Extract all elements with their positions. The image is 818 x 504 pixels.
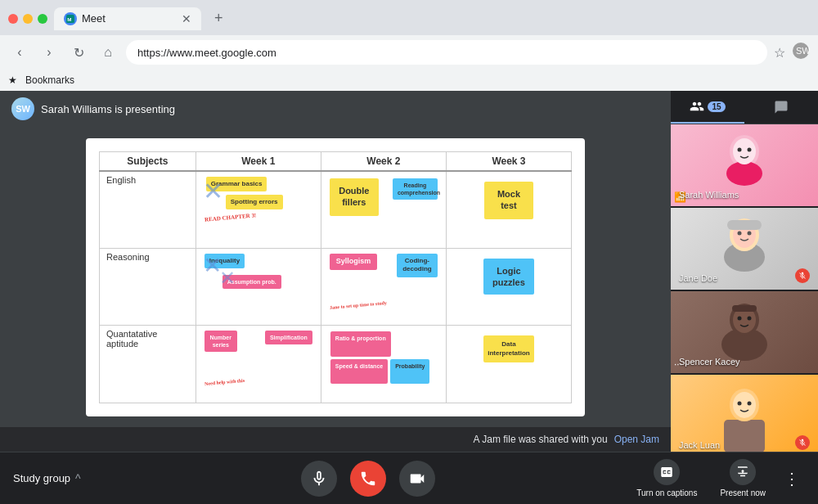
presenter-label: SW Sarah Williams is presenting [0, 91, 671, 127]
chat-tab[interactable] [744, 91, 818, 124]
note-ratio: Ratio & proportion [330, 331, 391, 357]
svg-point-24 [738, 402, 742, 406]
svg-point-19 [748, 317, 752, 321]
people-tab[interactable]: 15 [671, 91, 744, 124]
slide-container: Subjects Week 1 Week 2 Week 3 English [0, 127, 671, 427]
handwriting-chapter: READ CHAPTER 3! [204, 212, 257, 223]
participant-video-jane: Jane Doe [671, 208, 818, 290]
note-data-interp: Data interpretation [483, 335, 534, 362]
meeting-name-area: Study group ^ [13, 472, 144, 485]
svg-text:SW: SW [796, 46, 810, 56]
list-item: Spencer Kacey ··· [671, 291, 818, 373]
presenter-avatar: SW [11, 97, 34, 120]
svg-point-18 [738, 317, 742, 321]
note-reading: Reading comprehension [393, 178, 438, 200]
table-row: Quantatative aptitude Number series Need… [100, 326, 572, 403]
note-speed: Speed & distance [330, 359, 388, 385]
reload-button[interactable]: ↻ [67, 41, 90, 64]
camera-button[interactable] [399, 461, 435, 497]
back-button[interactable]: ‹ [8, 41, 31, 64]
svg-point-25 [748, 402, 752, 406]
list-item: Jack Luan [671, 375, 818, 452]
note-spotting: Spotting errors [226, 195, 283, 209]
svg-point-5 [726, 161, 762, 186]
svg-point-23 [733, 392, 756, 418]
browser-chrome: M Meet ✕ + ‹ › ↻ ⌂ ☆ SW ★ Bookmarks [0, 0, 818, 91]
more-options-button[interactable]: ⋮ [779, 464, 805, 493]
participant-name-jack: Jack Luan [679, 440, 720, 450]
participant-count: 15 [708, 101, 725, 112]
profile-button[interactable]: SW [792, 42, 810, 63]
participants-sidebar: 15 [671, 91, 818, 452]
url-bar[interactable] [126, 40, 767, 65]
list-item: Jane Doe [671, 208, 818, 290]
bookmarks-label[interactable]: Bookmarks [20, 73, 79, 88]
col-header-week3: Week 3 [446, 151, 571, 171]
sidebar-controls: 15 [671, 91, 818, 124]
note-mock-test: Mock test [484, 182, 533, 219]
end-call-button[interactable] [350, 461, 386, 497]
english-week1-cell: Grammar basics ✕ Spotting errors READ CH… [196, 171, 321, 249]
cross-reasoning-w1b: ✕ [219, 267, 236, 290]
handwriting-help: Need help with this [204, 378, 245, 386]
participant-name-sarah: Sarah Williams [679, 190, 739, 200]
meet-favicon: M [64, 12, 77, 25]
chevron-up-icon[interactable]: ^ [75, 472, 81, 485]
tab-close-btn[interactable]: ✕ [182, 12, 191, 25]
svg-text:M: M [67, 16, 71, 21]
present-button[interactable]: Present now [710, 454, 775, 502]
mute-icon-jack [795, 435, 810, 450]
list-item: Sarah Williams 📶 [671, 124, 818, 206]
participant-name-spencer: Spencer Kacey [679, 357, 740, 367]
table-row: English Grammar basics ✕ Spotting errors… [100, 171, 572, 249]
browser-tab[interactable]: M Meet ✕ [54, 7, 201, 30]
bookmarks-bar: ★ Bookmarks [0, 71, 818, 91]
bookmark-star-icon[interactable]: ☆ [774, 45, 785, 61]
close-window-btn[interactable] [8, 14, 18, 24]
note-syllogism: Syllogism [330, 254, 378, 270]
note-logic: Logic puzzles [483, 259, 534, 295]
quant-week3-cell: Data interpretation [446, 326, 571, 403]
english-week3-cell: Mock test [446, 171, 571, 249]
window-controls [8, 14, 47, 24]
open-jam-button[interactable]: Open Jam [614, 434, 659, 445]
participant-video-jack: Jack Luan [671, 375, 818, 452]
controls-center [144, 461, 592, 497]
participant-video-spencer: Spencer Kacey ··· [671, 291, 818, 373]
note-number-series: Number series [204, 331, 237, 352]
address-bar-row: ‹ › ↻ ⌂ ☆ SW [0, 35, 818, 71]
title-bar: M Meet ✕ + [0, 0, 818, 35]
col-header-week2: Week 2 [321, 151, 446, 171]
meeting-name-label: Study group [13, 472, 70, 484]
tab-title: Meet [82, 12, 106, 25]
mute-icon-jane [795, 268, 810, 283]
presenter-initials: SW [16, 104, 30, 114]
svg-rect-20 [732, 305, 757, 312]
present-icon [730, 459, 756, 485]
col-header-subjects: Subjects [100, 151, 196, 171]
quant-week1-cell: Number series Need help with this Simpli… [196, 326, 321, 403]
bottom-bar: Study group ^ Turn on captions [0, 452, 818, 504]
note-coding: Coding-decoding [397, 254, 438, 277]
note-probability: Probability [390, 359, 429, 385]
bookmarks-icon: ★ [8, 74, 17, 86]
subject-quant: Quantatative aptitude [100, 326, 196, 403]
reasoning-week2-cell: Syllogism Coding-decoding Jane to set up… [321, 248, 446, 325]
svg-point-8 [748, 148, 752, 152]
table-row: Reasoning Inequality ✕ Assumption prob. … [100, 248, 572, 325]
participant-list: Sarah Williams 📶 [671, 124, 818, 452]
cross-english-w1: ✕ [203, 177, 223, 205]
svg-point-7 [738, 148, 742, 152]
participant-video-sarah: Sarah Williams 📶 [671, 124, 818, 206]
new-tab-button[interactable]: + [208, 7, 230, 30]
captions-button[interactable]: Turn on captions [627, 454, 707, 502]
mic-button[interactable] [301, 461, 337, 497]
minimize-window-btn[interactable] [23, 14, 33, 24]
note-simplification: Simplification [265, 331, 312, 344]
home-button[interactable]: ⌂ [97, 41, 119, 64]
svg-point-6 [733, 138, 756, 164]
forward-button[interactable]: › [38, 41, 61, 64]
controls-right: Turn on captions Present now ⋮ [592, 454, 805, 502]
presenter-name-label: Sarah Williams is presenting [41, 103, 175, 115]
maximize-window-btn[interactable] [38, 14, 47, 24]
